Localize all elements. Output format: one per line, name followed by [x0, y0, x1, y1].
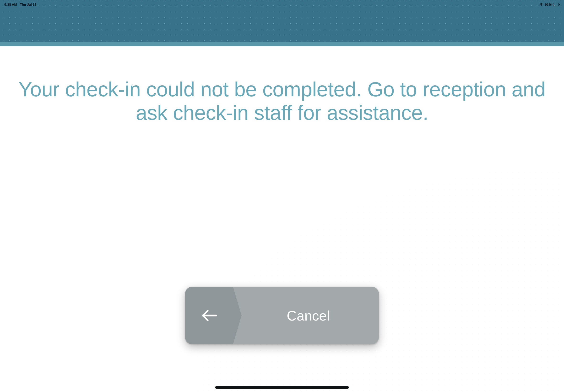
battery-icon	[553, 3, 560, 6]
checkin-error-message: Your check-in could not be completed. Go…	[0, 46, 564, 124]
status-time: 9:38 AM	[4, 3, 17, 6]
header-band	[0, 9, 564, 42]
status-date: Thu Jul 13	[20, 3, 36, 6]
cancel-button-label-slot: Cancel	[233, 287, 379, 344]
app-viewport: 9:38 AM Thu Jul 13 91% Your check-in cou…	[0, 0, 564, 392]
arrow-left-icon	[185, 287, 233, 344]
status-left-group: 9:38 AM Thu Jul 13	[4, 3, 36, 6]
cancel-button[interactable]: Cancel	[185, 287, 379, 344]
status-bar: 9:38 AM Thu Jul 13 91%	[0, 0, 564, 9]
battery-percent: 91%	[545, 3, 551, 6]
cancel-button-label: Cancel	[287, 308, 330, 324]
decorative-dots	[169, 150, 564, 392]
header-divider	[0, 42, 564, 46]
wifi-icon	[539, 3, 543, 6]
status-right-group: 91%	[539, 3, 560, 6]
home-indicator[interactable]	[215, 386, 349, 389]
main-content: Your check-in could not be completed. Go…	[0, 46, 564, 392]
